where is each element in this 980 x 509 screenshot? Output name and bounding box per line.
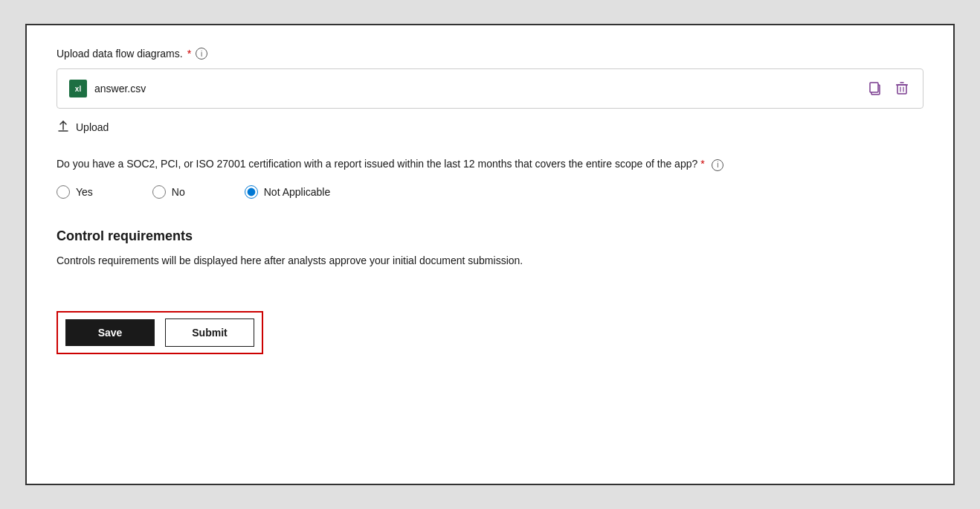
upload-section-label: Upload data flow diagrams.* i	[57, 48, 923, 60]
radio-yes-label: Yes	[76, 186, 93, 198]
control-requirements-heading: Control requirements	[57, 228, 923, 244]
control-requirements-section: Control requirements Controls requiremen…	[57, 228, 923, 266]
radio-not-applicable[interactable]	[245, 185, 258, 199]
file-name-area: xl answer.csv	[69, 80, 146, 97]
delete-icon	[894, 81, 909, 96]
certification-required-star: *	[697, 158, 704, 170]
delete-file-button[interactable]	[893, 80, 911, 97]
submit-button[interactable]: Submit	[165, 318, 254, 347]
radio-not-applicable-label: Not Applicable	[264, 186, 331, 198]
file-actions	[866, 80, 911, 97]
radio-yes[interactable]	[57, 185, 70, 199]
upload-button-row[interactable]: Upload	[57, 119, 923, 135]
svg-rect-1	[870, 83, 878, 92]
upload-icon	[57, 119, 70, 132]
svg-rect-2	[897, 85, 906, 94]
copy-icon	[868, 81, 883, 96]
copy-file-button[interactable]	[866, 80, 884, 97]
upload-label-text: Upload data flow diagrams.	[57, 48, 183, 60]
radio-no-label: No	[172, 186, 185, 198]
certification-info-icon[interactable]: i	[712, 159, 723, 171]
certification-question: Do you have a SOC2, PCI, or ISO 27001 ce…	[57, 156, 923, 172]
radio-option-yes[interactable]: Yes	[57, 185, 93, 199]
radio-option-not-applicable[interactable]: Not Applicable	[245, 185, 331, 199]
certification-radio-group: Yes No Not Applicable	[57, 185, 923, 199]
control-requirements-description: Controls requirements will be displayed …	[57, 254, 923, 266]
file-name: answer.csv	[94, 83, 146, 95]
radio-no[interactable]	[152, 185, 166, 199]
save-button[interactable]: Save	[65, 319, 155, 346]
radio-option-no[interactable]: No	[152, 185, 185, 199]
upload-arrow-icon	[57, 119, 70, 135]
upload-info-icon[interactable]: i	[196, 48, 207, 60]
button-container: Save Submit	[57, 311, 263, 354]
certification-question-text: Do you have a SOC2, PCI, or ISO 27001 ce…	[57, 158, 697, 170]
file-upload-box: xl answer.csv	[57, 68, 923, 109]
upload-label: Upload	[76, 121, 109, 133]
main-container: Upload data flow diagrams.* i xl answer.…	[25, 24, 955, 485]
excel-icon: xl	[69, 80, 87, 97]
required-star: *	[187, 48, 191, 60]
